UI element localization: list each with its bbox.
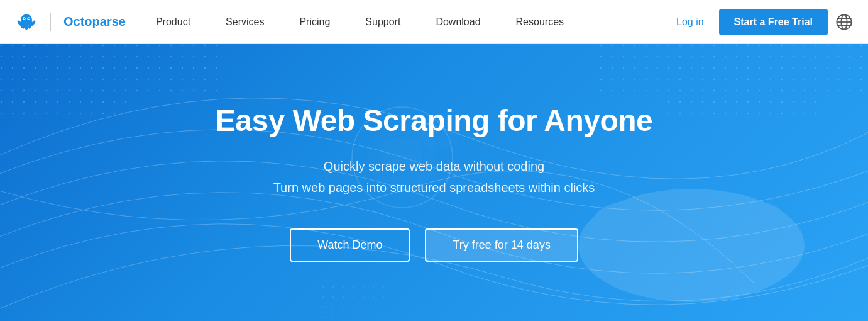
- svg-rect-18: [660, 82, 817, 120]
- main-nav: Product Services Pricing Support Downloa…: [138, 0, 669, 44]
- navbar-actions: Log in Start a Free Trial: [669, 9, 853, 35]
- logo-icon: [15, 11, 38, 33]
- nav-item-support[interactable]: Support: [348, 0, 418, 44]
- hero-content: Easy Web Scraping for Anyone Quickly scr…: [190, 103, 678, 262]
- navbar: Octoparse Product Services Pricing Suppo…: [0, 0, 868, 44]
- svg-point-26: [723, 201, 786, 239]
- svg-point-9: [28, 18, 30, 19]
- nav-item-download[interactable]: Download: [418, 0, 498, 44]
- svg-rect-28: [314, 283, 390, 321]
- free-trial-button[interactable]: Try free for 14 days: [425, 228, 578, 262]
- svg-point-2: [25, 22, 28, 30]
- logo-divider: [50, 13, 51, 31]
- hero-subtitle: Quickly scrape web data without coding T…: [216, 155, 653, 198]
- login-button[interactable]: Log in: [669, 11, 711, 33]
- hero-subtitle-line2: Turn web pages into structured spreadshe…: [273, 181, 595, 194]
- language-icon[interactable]: [835, 13, 853, 31]
- start-trial-button[interactable]: Start a Free Trial: [719, 9, 828, 35]
- nav-item-product[interactable]: Product: [138, 0, 208, 44]
- nav-item-pricing[interactable]: Pricing: [282, 0, 348, 44]
- logo-link[interactable]: Octoparse: [15, 11, 126, 33]
- nav-item-resources[interactable]: Resources: [498, 0, 581, 44]
- hero-section: Easy Web Scraping for Anyone Quickly scr…: [0, 44, 868, 321]
- svg-rect-19: [0, 82, 126, 120]
- hero-subtitle-line1: Quickly scrape web data without coding: [324, 159, 544, 173]
- hero-title: Easy Web Scraping for Anyone: [216, 103, 653, 138]
- svg-point-8: [24, 18, 25, 19]
- hero-buttons: Watch Demo Try free for 14 days: [216, 228, 653, 262]
- nav-item-services[interactable]: Services: [208, 0, 282, 44]
- brand-name: Octoparse: [63, 14, 126, 29]
- watch-demo-button[interactable]: Watch Demo: [290, 228, 410, 262]
